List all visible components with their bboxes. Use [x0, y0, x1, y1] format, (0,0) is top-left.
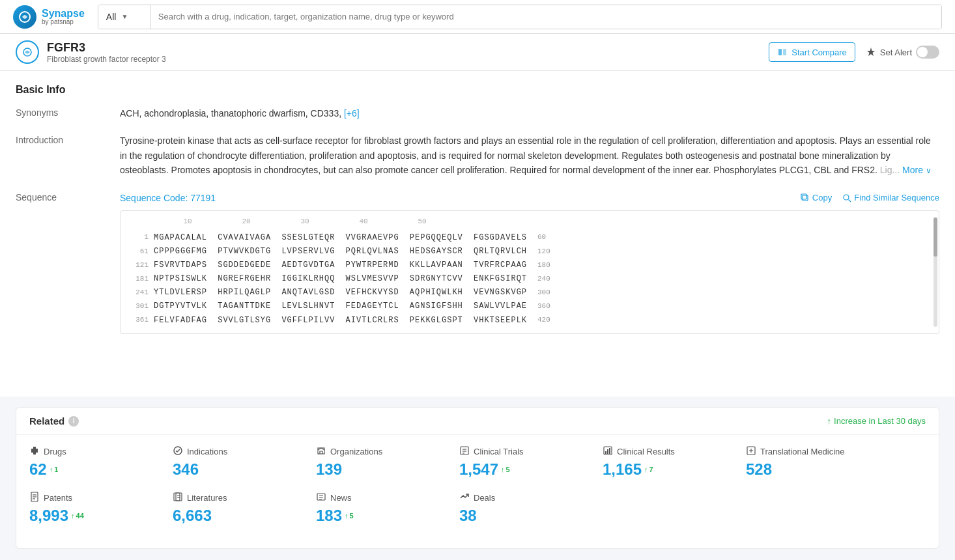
related-grid: Drugs 62 ↑ 1 Indications 346 Organizatio… — [16, 435, 939, 548]
alert-toggle[interactable] — [916, 46, 939, 59]
related-item[interactable]: Literatures 6,663 — [173, 492, 316, 525]
sequence-row-item: 301 DGTPYVTVLK TAGANTTDKE LEVLSLHNVT FED… — [126, 300, 934, 313]
patent-icon — [29, 492, 40, 504]
org-icon — [316, 445, 326, 458]
introduction-label: Introduction — [16, 133, 120, 145]
search-input[interactable] — [150, 5, 941, 29]
related-item[interactable]: Drugs 62 ↑ 1 — [29, 445, 173, 479]
related-item[interactable]: Clinical Results 1,165 ↑ 7 — [603, 445, 746, 479]
seq-row-num: 241 — [126, 287, 149, 299]
related-item[interactable]: Deals 38 — [459, 492, 603, 525]
main-content: Basic Info Synonyms ACH, achondroplasia,… — [0, 71, 955, 397]
news-icon — [316, 492, 326, 504]
synonyms-more-link[interactable]: [+6] — [344, 108, 360, 119]
search-filter-dropdown[interactable]: All ▼ — [98, 5, 150, 29]
count-badge: ↑ 1 — [50, 466, 59, 473]
entity-title: FGFR3 — [47, 41, 166, 55]
sequence-scrollbar[interactable] — [934, 217, 937, 327]
related-item-header: Clinical Trials — [459, 445, 603, 458]
seq-row-text: DGTPYVTVLK TAGANTTDKE LEVLSLHNVT FEDAGEY… — [154, 300, 532, 313]
related-item[interactable]: Translational Medicine 528 — [746, 445, 889, 479]
related-item[interactable]: Clinical Trials 1,547 ↑ 5 — [459, 445, 603, 479]
count-badge: ↑ 7 — [644, 466, 653, 473]
seq-row-text: FELVFADFAG SVVLGTLSYG VGFFLPILVV AIVTLCR… — [154, 315, 532, 327]
synonyms-label: Synonyms — [16, 106, 120, 118]
copy-icon — [801, 193, 810, 203]
toggle-knob — [917, 47, 928, 57]
sequence-header: Sequence Code: 77191 Copy — [120, 191, 939, 205]
entity-subtitle: Fibroblast growth factor receptor 3 — [47, 55, 166, 64]
related-item-header: Deals — [459, 492, 603, 504]
sequence-row-item: 1 MGAPACALAL CVAVAIVAGA SSESLGTEQR VVGRA… — [126, 232, 934, 244]
seq-row-text: YTLDVLERSP HRPILQAGLP ANQTAVLGSD VEFHCKV… — [154, 287, 532, 299]
count-badge: ↑ 5 — [501, 466, 510, 473]
related-item-header: News — [316, 492, 459, 504]
copy-sequence-button[interactable]: Copy — [801, 193, 832, 203]
related-item[interactable]: Patents 8,993 ↑ 44 — [29, 492, 173, 525]
section-title-basic-info: Basic Info — [16, 84, 939, 96]
seq-row-end: 180 — [537, 260, 550, 272]
seq-row-text: NPTPSISWLK NGREFRGEHR IGGIKLRHQQ WSLVMES… — [154, 273, 532, 285]
sequence-row: Sequence Sequence Code: 77191 Copy — [16, 191, 939, 334]
related-title: Related i — [29, 415, 79, 427]
related-item-count: 528 — [746, 460, 889, 479]
related-item-header: Organizations — [316, 445, 459, 458]
increase-label: ↑ Increase in Last 30 days — [827, 416, 926, 426]
seq-row-text: CPPPGGGFMG PTVWVKDGTG LVPSERVLVG PQRLQVL… — [154, 245, 532, 258]
related-item-count: 62 ↑ 1 — [29, 460, 173, 479]
svg-rect-16 — [607, 449, 608, 454]
seq-row-end: 60 — [537, 232, 546, 244]
start-compare-button[interactable]: Start Compare — [769, 42, 855, 62]
svg-rect-24 — [176, 493, 182, 501]
introduction-more-link[interactable]: More — [902, 165, 923, 175]
find-similar-sequence-button[interactable]: Find Similar Sequence — [842, 193, 939, 203]
related-header: Related i ↑ Increase in Last 30 days — [16, 408, 939, 435]
entity-bar: FGFR3 Fibroblast growth factor receptor … — [0, 34, 955, 71]
sequence-row-item: 241 YTLDVLERSP HRPILQAGLP ANQTAVLGSD VEF… — [126, 287, 934, 299]
related-item-count: 6,663 — [173, 507, 316, 525]
related-item-count: 8,993 ↑ 44 — [29, 507, 173, 525]
related-item[interactable]: Indications 346 — [173, 445, 316, 479]
svg-rect-2 — [778, 49, 782, 55]
related-info-icon[interactable]: i — [68, 416, 79, 427]
search-area: All ▼ — [98, 5, 942, 29]
seq-row-num: 121 — [126, 260, 149, 272]
related-item-header: Indications — [173, 445, 316, 458]
related-item-label: Clinical Results — [617, 447, 675, 456]
medicine-icon — [746, 445, 756, 458]
sequence-row-item: 181 NPTPSISWLK NGREFRGEHR IGGIKLRHQQ WSL… — [126, 273, 934, 285]
count-badge: ↑ 5 — [345, 512, 354, 520]
sequence-code[interactable]: Sequence Code: 77191 — [120, 191, 216, 205]
related-item-label: Translational Medicine — [760, 447, 845, 456]
count-badge: ↑ 44 — [71, 512, 84, 520]
related-item-header: Translational Medicine — [746, 445, 889, 458]
related-item-label: Clinical Trials — [474, 447, 524, 456]
related-item-count: 1,547 ↑ 5 — [459, 460, 603, 479]
seq-row-text: FSVRVTDAPS SGDDEDGEDE AEDTGVDTGA PYWTRPE… — [154, 259, 532, 272]
related-item[interactable]: Organizations 139 — [316, 445, 459, 479]
indication-icon — [173, 445, 183, 458]
related-item-label: Organizations — [330, 447, 382, 456]
seq-row-end: 360 — [537, 301, 550, 313]
introduction-value: Tyrosine-protein kinase that acts as cel… — [120, 133, 939, 177]
seq-row-num: 181 — [126, 273, 149, 285]
svg-rect-23 — [174, 493, 180, 501]
sequence-row-item: 361 FELVFADFAG SVVLGTLSYG VGFFLPILVV AIV… — [126, 315, 934, 327]
alert-icon — [866, 47, 876, 57]
related-item-label: Deals — [474, 493, 495, 503]
entity-info: FGFR3 Fibroblast growth factor receptor … — [16, 40, 166, 64]
svg-rect-5 — [801, 194, 806, 199]
seq-row-text: MGAPACALAL CVAVAIVAGA SSESLGTEQR VVGRAAE… — [154, 232, 532, 244]
seq-row-end: 420 — [537, 315, 550, 326]
related-section: Related i ↑ Increase in Last 30 days Dru… — [16, 407, 939, 549]
set-alert-button[interactable]: Set Alert — [866, 46, 939, 59]
related-item-count: 1,165 ↑ 7 — [603, 460, 746, 479]
synonyms-row: Synonyms ACH, achondroplasia, thanatopho… — [16, 106, 939, 120]
related-item-header: Clinical Results — [603, 445, 746, 458]
sequence-box[interactable]: 10 20 30 40 50 1 MGAPACALAL CVAVAIVAGA S… — [120, 210, 939, 334]
sequence-value: Sequence Code: 77191 Copy — [120, 191, 939, 334]
entity-title-block: FGFR3 Fibroblast growth factor receptor … — [47, 41, 166, 64]
related-item[interactable]: News 183 ↑ 5 — [316, 492, 459, 525]
sequence-row-item: 121 FSVRVTDAPS SGDDEDGEDE AEDTGVDTGA PYW… — [126, 259, 934, 272]
entity-actions: Start Compare Set Alert — [769, 42, 939, 62]
